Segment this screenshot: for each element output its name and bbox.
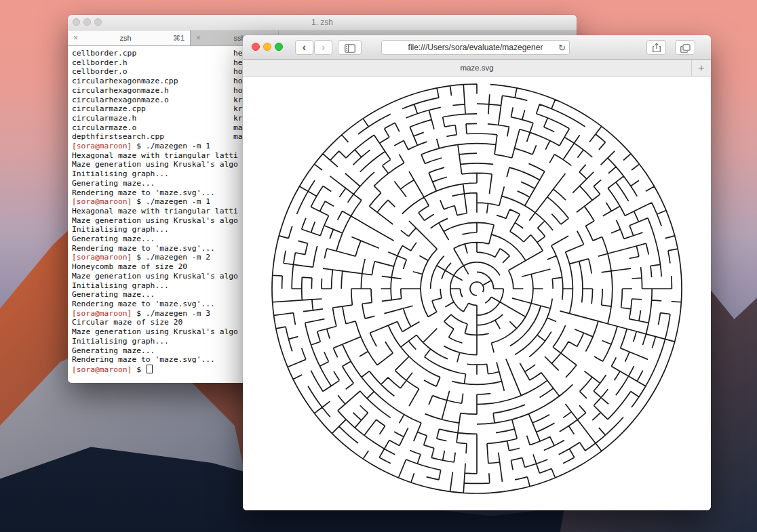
share-button[interactable]	[646, 40, 666, 55]
sidebar-icon	[345, 44, 355, 53]
tab-overview-icon	[680, 44, 691, 53]
shell-prompt: [sora@maroon]	[72, 142, 132, 150]
safari-tab-bar: maze.svg +	[243, 60, 711, 77]
browser-content	[243, 77, 711, 510]
safari-toolbar[interactable]: ‹ › file:///Users/sora/evaluate/mazegene…	[243, 35, 711, 60]
circular-maze-svg	[243, 77, 711, 510]
sidebar-toggle-button[interactable]	[338, 40, 362, 55]
zoom-window-icon[interactable]	[94, 18, 102, 26]
share-icon	[652, 43, 661, 53]
close-window-icon[interactable]	[73, 18, 80, 26]
minimize-window-icon[interactable]	[83, 18, 91, 26]
reload-icon[interactable]: ↻	[558, 41, 566, 55]
safari-tab-maze-svg[interactable]: maze.svg	[243, 60, 711, 76]
terminal-titlebar[interactable]: 1. zsh	[68, 15, 577, 30]
shell-prompt: [sora@maroon]	[72, 365, 132, 374]
terminal-window-title: 1. zsh	[68, 15, 577, 30]
zoom-window-icon[interactable]	[275, 43, 283, 51]
back-button[interactable]: ‹	[295, 40, 313, 55]
shell-prompt: [sora@maroon]	[72, 309, 132, 318]
minimize-window-icon[interactable]	[263, 43, 271, 51]
close-window-icon[interactable]	[252, 43, 260, 51]
terminal-cursor	[147, 365, 153, 373]
terminal-tab-shortcut: ⌘1	[173, 34, 185, 43]
shell-prompt: [sora@maroon]	[72, 197, 132, 206]
new-tab-button[interactable]: +	[691, 60, 711, 76]
terminal-tab-zsh[interactable]: × zsh ⌘1	[68, 30, 191, 45]
close-tab-icon[interactable]: ×	[196, 34, 201, 42]
safari-window[interactable]: ‹ › file:///Users/sora/evaluate/mazegene…	[243, 35, 711, 510]
maze-walls	[272, 84, 682, 493]
forward-button[interactable]: ›	[314, 40, 332, 55]
shell-prompt: [sora@maroon]	[72, 253, 132, 262]
tab-overview-button[interactable]	[675, 40, 695, 55]
close-tab-icon[interactable]: ×	[73, 34, 78, 42]
terminal-tab-label: zsh	[78, 34, 173, 42]
address-bar-url[interactable]: file:///Users/sora/evaluate/mazegener	[408, 43, 543, 52]
address-bar[interactable]: file:///Users/sora/evaluate/mazegener ↻	[381, 40, 570, 55]
